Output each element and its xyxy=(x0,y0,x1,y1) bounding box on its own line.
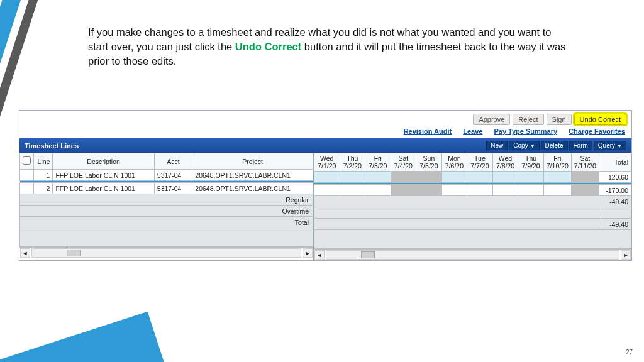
summary-regular-label: Regular xyxy=(20,194,313,206)
summary-overtime-label: Overtime xyxy=(20,206,313,217)
revision-audit-link[interactable]: Revision Audit xyxy=(404,128,452,135)
col-day: Wed7/8/20 xyxy=(492,153,518,172)
new-button[interactable]: New xyxy=(486,141,508,150)
col-line: Line xyxy=(34,153,53,170)
right-table: Wed7/1/20 Thu7/2/20 Fri7/3/20 Sat7/4/20 … xyxy=(314,153,631,249)
left-table: Line Description Acct Project 1 FFP LOE … xyxy=(19,153,313,247)
h-scrollbar-right[interactable]: ◄ ► xyxy=(314,249,631,260)
cell-project: 20648.OPT1.SRVC.LABR.CLN1 xyxy=(192,183,313,194)
summary-overtime-total xyxy=(599,207,631,219)
col-description: Description xyxy=(53,153,154,170)
cell-description: FFP LOE Labor CLIN 1001 xyxy=(53,183,154,194)
cell-project: 20648.OPT1.SRVC.LABR.CLN1 xyxy=(192,170,313,181)
left-grid: Line Description Acct Project 1 FFP LOE … xyxy=(19,153,314,260)
col-day: Thu7/9/20 xyxy=(518,153,544,172)
summary-total-total: -49.40 xyxy=(599,219,631,230)
table-row[interactable]: -170.00 xyxy=(314,185,631,196)
scroll-track[interactable] xyxy=(326,250,619,260)
h-scrollbar-left[interactable]: ◄ ► xyxy=(19,247,313,258)
scroll-right-icon[interactable]: ► xyxy=(621,250,631,260)
scroll-thumb[interactable] xyxy=(361,251,375,258)
col-project: Project xyxy=(192,153,313,170)
charge-favorites-link[interactable]: Charge Favorites xyxy=(569,128,625,135)
pay-type-summary-link[interactable]: Pay Type Summary xyxy=(494,128,557,135)
form-button[interactable]: Form xyxy=(569,141,592,150)
query-label: Query xyxy=(598,142,615,149)
col-day: Sun7/5/20 xyxy=(416,153,442,172)
table-row[interactable]: 2 FFP LOE Labor CLIN 1001 5317-04 20648.… xyxy=(20,183,313,194)
slide-instruction-text: If you make changes to a timesheet and r… xyxy=(88,25,566,69)
scroll-thumb[interactable] xyxy=(67,250,80,256)
cell-total: -170.00 xyxy=(599,185,631,196)
grid-toolbar: New Copy Delete Form Query xyxy=(486,141,626,150)
col-day: Sat7/4/20 xyxy=(391,153,416,172)
page-number: 27 xyxy=(626,349,633,356)
chevron-down-icon xyxy=(615,142,622,149)
scroll-right-icon[interactable]: ► xyxy=(303,248,313,258)
col-day: Wed7/1/20 xyxy=(314,153,340,172)
scroll-left-icon[interactable]: ◄ xyxy=(20,248,30,258)
cell-total: 120.60 xyxy=(599,172,631,183)
summary-regular-total: -49.40 xyxy=(599,196,631,207)
undo-correct-keyword: Undo Correct xyxy=(235,41,301,52)
checkbox-header[interactable] xyxy=(20,153,34,170)
select-all-checkbox[interactable] xyxy=(23,156,31,165)
cell-description: FFP LOE Labor CLIN 1001 xyxy=(53,170,154,181)
copy-label: Copy xyxy=(513,142,528,149)
scroll-track[interactable] xyxy=(31,248,301,258)
reject-button[interactable]: Reject xyxy=(513,114,543,125)
cell-line: 2 xyxy=(34,183,53,194)
query-button[interactable]: Query xyxy=(594,141,626,150)
table-row[interactable]: 1 FFP LOE Labor CLIN 1001 5317-04 20648.… xyxy=(20,170,313,181)
col-day: Thu7/2/20 xyxy=(340,153,365,172)
cell-acct: 5317-04 xyxy=(154,183,192,194)
table-row[interactable]: 120.60 xyxy=(314,172,631,183)
section-title: Timesheet Lines xyxy=(25,142,79,150)
copy-button[interactable]: Copy xyxy=(509,141,539,150)
right-grid: Wed7/1/20 Thu7/2/20 Fri7/3/20 Sat7/4/20 … xyxy=(314,153,631,260)
col-day: Fri7/3/20 xyxy=(365,153,391,172)
delete-button[interactable]: Delete xyxy=(541,141,568,150)
scroll-left-icon[interactable]: ◄ xyxy=(314,250,325,260)
col-day: Mon7/6/20 xyxy=(441,153,467,172)
cell-line: 1 xyxy=(34,170,53,181)
timesheet-app: Approve Reject Sign Undo Correct Revisio… xyxy=(19,110,632,261)
col-day: Tue7/7/20 xyxy=(467,153,493,172)
link-row: Revision Audit Leave Pay Type Summary Ch… xyxy=(19,126,631,138)
action-button-row: Approve Reject Sign Undo Correct xyxy=(19,111,631,126)
cell-acct: 5317-04 xyxy=(154,170,192,181)
decor-stripe xyxy=(0,312,171,362)
section-header: Timesheet Lines New Copy Delete Form Que… xyxy=(19,138,631,153)
col-total: Total xyxy=(599,153,631,172)
col-day: Sat7/11/20 xyxy=(571,153,599,172)
sign-button[interactable]: Sign xyxy=(547,114,572,125)
summary-total-label: Total xyxy=(20,217,313,228)
leave-link[interactable]: Leave xyxy=(463,128,482,135)
approve-button[interactable]: Approve xyxy=(473,114,510,125)
grid-wrap: Line Description Acct Project 1 FFP LOE … xyxy=(19,153,631,260)
chevron-down-icon xyxy=(528,142,535,149)
undo-correct-button[interactable]: Undo Correct xyxy=(574,114,626,125)
col-day: Fri7/10/20 xyxy=(543,153,571,172)
col-acct: Acct xyxy=(154,153,192,170)
